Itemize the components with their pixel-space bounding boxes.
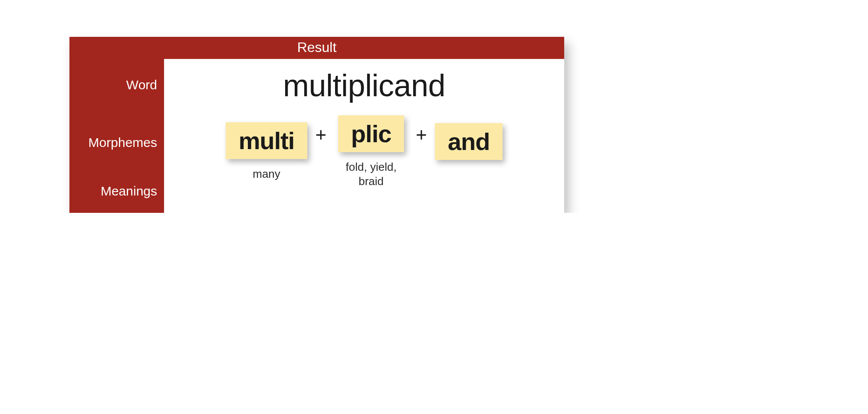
morpheme-column-0: multi many (226, 122, 308, 181)
result-box: multiplicand multi many + plic fold, yie… (164, 59, 564, 213)
label-meanings: Meanings (69, 174, 157, 209)
label-morphemes: Morphemes (69, 111, 157, 174)
morpheme-column-2: and (435, 123, 503, 181)
label-word: Word (69, 59, 157, 111)
content-area: Word Morphemes Meanings multiplicand mul… (69, 59, 564, 213)
panel-header: Result (69, 37, 564, 59)
morpheme-meaning: fold, yield, braid (334, 160, 408, 188)
morpheme-meaning: many (253, 167, 280, 181)
word-display: multiplicand (283, 68, 445, 103)
morpheme-chip: plic (338, 115, 404, 152)
morpheme-chip: and (435, 123, 503, 160)
morpheme-column-1: plic fold, yield, braid (334, 115, 408, 188)
plus-icon: + (416, 124, 427, 146)
morpheme-chip: multi (226, 122, 308, 159)
sidebar: Word Morphemes Meanings (69, 59, 164, 213)
plus-icon: + (315, 124, 326, 146)
morpheme-row: multi many + plic fold, yield, braid + a… (226, 115, 503, 188)
result-panel: Result Word Morphemes Meanings multiplic… (69, 37, 564, 213)
